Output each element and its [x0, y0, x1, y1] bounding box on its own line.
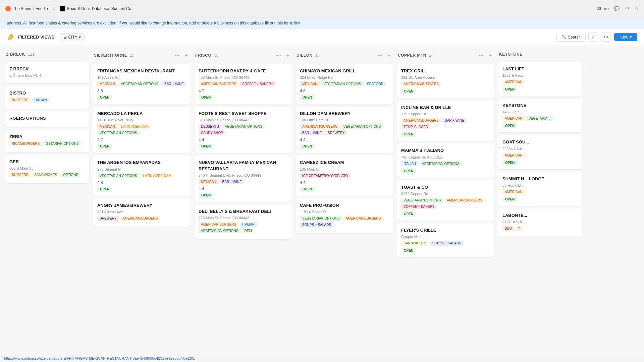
table-row[interactable]: •••BUTTERHORN BAKERY & CAFE408 Main St, … — [195, 64, 292, 104]
table-row[interactable]: •••CAFE PROFUSION119 La Bonte StVEGETARI… — [296, 198, 393, 233]
table-row[interactable]: •••GOAT SOU...22954 US-6...AMERICANOPEN — [498, 135, 582, 169]
history-icon[interactable]: ⏱ — [625, 6, 629, 11]
search-icon: 🔍 — [561, 35, 567, 40]
table-row[interactable]: •••DELI BELLY'S & BREAKFAST DELI275 Main… — [195, 204, 292, 239]
tag: DESSERTS — [199, 124, 221, 129]
status-badge: OPEN — [199, 193, 213, 198]
card-address: c. Antero Bldg P1-4 — [9, 73, 85, 77]
column-more-silverthorne[interactable]: ••• — [173, 52, 182, 59]
table-row[interactable]: •••TOAST & CO0172 Copper RdVEGETARIAN OP… — [397, 180, 494, 221]
tag: TEMP. CLOSED — [401, 124, 430, 129]
tag: AMERICAN/BURGERS — [120, 216, 160, 221]
card-address: 27-31 Keyst... — [502, 220, 578, 224]
city-filter-button[interactable]: ⊞ CITY ▾ — [60, 33, 84, 41]
card-tags: AMERICANVEGETARIA... — [502, 116, 578, 121]
search-button[interactable]: 🔍 Search — [556, 33, 586, 42]
card-title: NUEVO VALLARTA FAMILY MEXICAN RESTAURANT — [199, 160, 288, 172]
tag: DELI — [242, 228, 254, 233]
card-title: FRITANGAS MEXICAN RESTAURANT — [97, 68, 186, 74]
banner-link[interactable]: link — [294, 21, 300, 25]
status-badge: OPEN — [300, 95, 315, 100]
column-add-frisco[interactable]: + — [284, 52, 291, 59]
banner-link-text: If you would like to change information,… — [119, 21, 293, 25]
column-add-copper_mtn[interactable]: + — [487, 52, 494, 59]
banner-text: address. All fast-food chains & catering… — [7, 21, 117, 25]
card-address: 408 Main St, Frisco, CO 80443 — [199, 75, 288, 79]
table-row[interactable]: •••ANGRY JAMES BREWERY421 Adams AveBREWE… — [93, 198, 191, 227]
table-row[interactable]: •••Z BRECKc. Antero Bldg P1-4 — [5, 62, 89, 83]
column-actions-silverthorne: •••+ — [173, 52, 190, 59]
table-row[interactable]: •••INCLINE BAR & GRILLE176 Copper CirAME… — [397, 101, 494, 141]
tab-summit[interactable]: The Summit Foodie — [5, 6, 48, 11]
new-chevron-icon: ▾ — [630, 35, 632, 40]
star-icon[interactable]: ☆ — [635, 6, 639, 11]
table-row[interactable]: •••GER000 S Main StBURGERSSANDWICHESOPTI… — [5, 155, 89, 183]
tab-summit-label: The Summit Foodie — [13, 6, 48, 11]
tag: VEGETARIAN OPTIONS — [119, 81, 161, 86]
card-title: THE ARGENTOS EMPANADAS — [97, 160, 186, 166]
column-more-dillon[interactable]: ••• — [375, 52, 384, 59]
card-address: 53 Hunki D... — [502, 183, 578, 187]
table-row[interactable]: •••THE ARGENTOS EMPANADAS273 Summit PlVE… — [93, 156, 191, 195]
table-row[interactable]: •••CHIMAYO MEXICAN GRILL324 Dillon Ridge… — [296, 64, 393, 104]
card-address: 760 Copper Rd Apt C102 — [401, 155, 490, 159]
table-row[interactable]: •••MERCADO LA PERLA1161 Blue River PkwyM… — [93, 107, 191, 153]
table-row[interactable]: •••CAMEEZ ICE CREAM135 Main StICE CREAM/… — [296, 156, 393, 195]
column-silverthorne: SILVERTHORNE25•••+•••FRITANGAS MEXICAN R… — [93, 51, 191, 353]
more-button[interactable]: ••• — [601, 33, 611, 42]
tag: BAR + WINE — [442, 118, 467, 123]
column-more-copper_mtn[interactable]: ••• — [477, 52, 486, 59]
column-count-silverthorne: 25 — [130, 53, 134, 58]
column-add-silverthorne[interactable]: + — [183, 52, 190, 59]
table-row[interactable]: •••NUEVO VALLARTA FAMILY MEXICAN RESTAUR… — [195, 156, 292, 201]
tag: AMERICAN — [502, 189, 525, 194]
column-add-dillon[interactable]: + — [386, 52, 392, 59]
card-rating: 4.6 — [300, 88, 389, 93]
column-title-silverthorne: SILVERTHORNE — [94, 53, 127, 58]
table-row[interactable]: •••FOOTE'S REST SWEET SHOPPE510 Main St,… — [195, 107, 292, 153]
status-badge: OPEN — [401, 212, 416, 217]
column-more-frisco[interactable]: ••• — [274, 52, 283, 59]
column-header-breckenridge: Z BRECK111 — [5, 51, 89, 58]
city-filter-label: CITY — [68, 35, 77, 40]
card-address: 0172 Copper Rd — [401, 192, 490, 196]
table-row[interactable]: •••FRITANGAS MEXICAN RESTAURANT102 Annie… — [93, 64, 191, 104]
share-button[interactable]: Share — [597, 6, 609, 11]
status-badge: OPEN — [502, 123, 517, 128]
table-row[interactable]: •••LABONTE...27-31 Keyst...BBQ? — [498, 208, 582, 237]
card-tags: AMERICAN — [502, 79, 578, 84]
card-tags: ICE CREAM/FROYO/GELATO — [300, 173, 389, 178]
table-row[interactable]: •••KEYSTONE1437 Co n...AMERICANVEGETARIA… — [498, 99, 582, 132]
status-badge: OPEN — [199, 95, 213, 100]
table-row[interactable]: •••TREX GRILL182 Ski Area AccessAMERICAN… — [397, 64, 494, 98]
table-row[interactable]: •••RGERS OPTIONS — [5, 111, 89, 127]
card-rating: 4.8 — [97, 180, 186, 185]
card-tags: BURGERSSANDWICHESOPTIONS — [9, 172, 85, 177]
card-title: GOAT SOU... — [502, 139, 578, 145]
tag: COFFEE + BAKERY — [401, 204, 437, 209]
table-row[interactable]: •••BISTROBURGERSITALIAN — [5, 86, 89, 109]
tab-notion[interactable]: Food & Drink Database: Summit Co... — [60, 6, 135, 11]
card-address: 22954 US-6... — [502, 147, 578, 151]
tag: AMERICAN/BURGERS — [401, 81, 441, 86]
table-row[interactable]: •••ZERIARICAN/BURGERSGETARIAN OPTIONS — [5, 130, 89, 152]
card-title: ANGRY JAMES BREWERY — [97, 202, 186, 208]
table-row[interactable]: •••DILLON DAM BREWERY100 Little Dam StAM… — [296, 107, 393, 153]
new-button[interactable]: New ▾ — [614, 33, 637, 41]
card-address: Copper Mountain — [401, 235, 490, 239]
tag: AMERICAN/BURGERS — [199, 222, 238, 227]
card-title: CHIMAYO MEXICAN GRILL — [300, 68, 389, 74]
expand-button[interactable]: ⤢ — [588, 33, 598, 42]
card-tags: DESSERTSVEGETARIAN OPTIONSCANDY SHOP — [199, 124, 288, 135]
table-row[interactable]: •••SUMMIT H... LODGE53 Hunki D...AMERICA… — [498, 172, 582, 206]
table-row[interactable]: •••LAST LIFT1202 E Keys...AMERICANOPEN — [498, 62, 582, 96]
column-header-keystone: KEYSTONE — [498, 51, 582, 58]
tab-separator: / — [52, 6, 56, 11]
filtered-views-label: FILTERED VIEWS: — [18, 35, 56, 40]
comment-icon[interactable]: 💬 — [614, 6, 620, 11]
card-title: RGERS OPTIONS — [9, 115, 85, 121]
table-row[interactable]: •••FLYER'S GRILLECopper MountainSANDWICH… — [397, 223, 494, 257]
table-row[interactable]: •••MAMMA'S ITALIANO760 Copper Rd Apt C10… — [397, 143, 494, 177]
status-badge: OPEN — [97, 187, 112, 192]
card-address: 1437 Co n... — [502, 110, 578, 114]
